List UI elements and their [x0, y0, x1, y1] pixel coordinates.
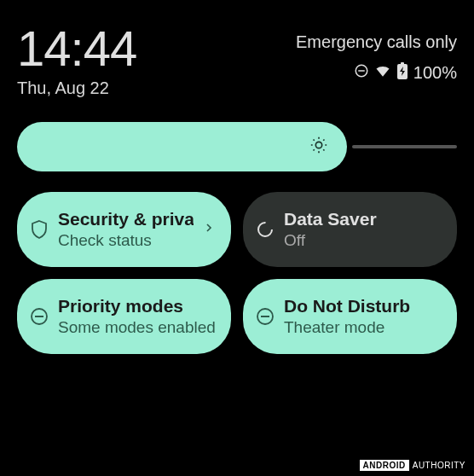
tile-data-saver[interactable]: Data Saver Off: [243, 192, 457, 267]
svg-point-4: [315, 142, 321, 148]
tile-subtitle: Some modes enabled: [58, 318, 216, 337]
tile-do-not-disturb[interactable]: Do Not Disturb Theater mode: [243, 279, 457, 354]
tile-security[interactable]: Security & privacy Check status: [17, 192, 231, 267]
clock-time: 14:44: [17, 24, 136, 73]
svg-point-5: [258, 223, 272, 236]
tile-subtitle: Off: [284, 231, 442, 250]
svg-rect-3: [401, 62, 404, 65]
tile-title: Data Saver: [284, 209, 442, 229]
watermark-brand: ANDROID: [360, 460, 409, 471]
tile-subtitle: Theater mode: [284, 318, 442, 337]
chevron-right-icon: [202, 221, 216, 238]
dnd-icon: [29, 306, 49, 327]
dnd-status-icon: [354, 63, 369, 83]
tile-priority-modes[interactable]: Priority modes Some modes enabled: [17, 279, 231, 354]
network-status-text: Emergency calls only: [296, 32, 457, 52]
tile-title: Security & privacy: [58, 209, 194, 229]
watermark: ANDROID AUTHORITY: [360, 460, 469, 471]
wifi-icon: [374, 62, 391, 84]
dnd-icon: [255, 306, 275, 327]
shield-icon: [29, 219, 49, 240]
tile-title: Priority modes: [58, 296, 216, 316]
tile-subtitle: Check status: [58, 231, 194, 250]
tile-title: Do Not Disturb: [284, 296, 442, 316]
watermark-text: AUTHORITY: [409, 460, 469, 471]
clock-date: Thu, Aug 22: [17, 78, 136, 98]
brightness-icon: [309, 136, 328, 158]
brightness-slider[interactable]: [17, 122, 457, 171]
data-saver-icon: [255, 219, 275, 240]
battery-percent: 100%: [413, 63, 457, 83]
battery-icon: [396, 62, 408, 84]
status-icons: 100%: [354, 62, 457, 84]
